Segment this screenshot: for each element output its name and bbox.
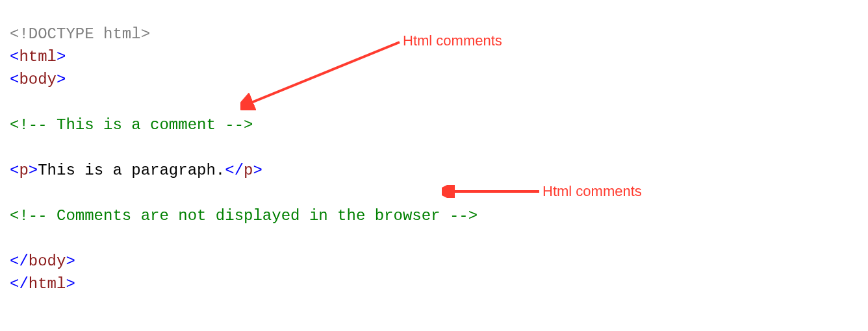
tag-body: body (19, 71, 57, 88)
angle-close-open: </ (225, 162, 244, 179)
code-line-html-close: </html> (10, 275, 75, 293)
code-line-paragraph: <p>This is a paragraph.</p> (10, 162, 262, 179)
code-line-comment2: <!-- Comments are not displayed in the b… (10, 207, 478, 225)
code-line-comment1: <!-- This is a comment --> (10, 116, 253, 134)
angle-close: > (57, 71, 66, 88)
angle-open: < (10, 71, 19, 88)
angle-close: > (66, 275, 75, 293)
angle-open: < (10, 162, 19, 179)
code-blank-line (10, 139, 19, 156)
code-line-html-open: <html> (10, 48, 66, 66)
comment-text: <!-- Comments are not displayed in the b… (10, 207, 478, 225)
angle-close-open: </ (10, 252, 29, 270)
code-blank-line (10, 184, 19, 202)
tag-html: html (19, 48, 57, 66)
annotation-label-2: Html comments (542, 183, 642, 200)
angle-close: > (66, 252, 75, 270)
angle-close: > (253, 162, 262, 179)
code-line-body-close: </body> (10, 252, 75, 270)
tag-p: p (244, 162, 253, 179)
angle-open: < (10, 48, 19, 66)
tag-p: p (19, 162, 28, 179)
doctype-open: <!DOCTYPE html> (10, 25, 150, 43)
paragraph-text: This is a paragraph. (38, 162, 225, 179)
code-blank-line (10, 93, 19, 111)
code-line-body-open: <body> (10, 71, 66, 88)
tag-html: html (29, 275, 66, 293)
tag-body: body (29, 252, 66, 270)
comment-text: <!-- This is a comment --> (10, 116, 253, 134)
angle-close: > (29, 162, 38, 179)
annotation-label-1: Html comments (403, 32, 502, 49)
code-blank-line (10, 230, 19, 247)
angle-close-open: </ (10, 275, 29, 293)
code-line-doctype: <!DOCTYPE html> (10, 25, 150, 43)
angle-close: > (57, 48, 66, 66)
